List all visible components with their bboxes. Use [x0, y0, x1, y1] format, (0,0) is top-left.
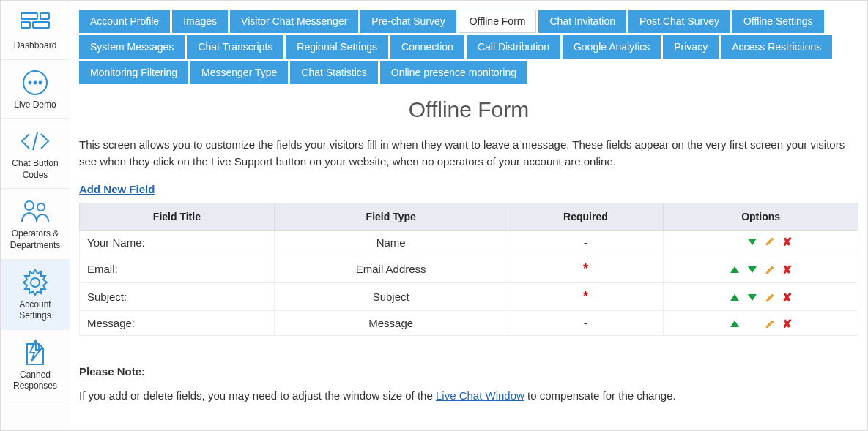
move-down-icon[interactable] — [747, 265, 757, 275]
sidebar: DashboardLive DemoChat Button CodesOpera… — [1, 1, 70, 430]
live-chat-window-link[interactable]: Live Chat Window — [436, 389, 524, 402]
fields-table-body: Your Name:Name-✘Email:Email Address*✘Sub… — [80, 231, 858, 336]
svg-rect-0 — [21, 13, 37, 19]
move-down-icon[interactable] — [747, 236, 757, 247]
tab-visitor-chat-messenger[interactable]: Visitor Chat Messenger — [230, 10, 358, 33]
sidebar-item-label: Chat Button Codes — [4, 158, 67, 181]
tab-system-messages[interactable]: System Messages — [79, 35, 185, 59]
dashboard-icon — [18, 10, 53, 37]
svg-point-5 — [29, 81, 31, 83]
options-icons: ✘ — [730, 265, 793, 275]
delete-icon[interactable]: ✘ — [782, 319, 793, 329]
required-star-icon: * — [583, 261, 588, 276]
cell-options: ✘ — [664, 283, 858, 311]
cell-required: - — [508, 231, 664, 255]
edit-icon[interactable] — [765, 293, 775, 303]
tab-call-distribution[interactable]: Call Distribution — [467, 35, 560, 59]
svg-rect-1 — [40, 13, 49, 19]
add-new-field-link[interactable]: Add New Field — [79, 183, 155, 195]
tab-offline-form[interactable]: Offline Form — [459, 10, 537, 33]
tab-chat-invitation[interactable]: Chat Invitation — [538, 10, 626, 33]
move-down-icon — [747, 319, 757, 329]
cell-required: * — [508, 283, 664, 311]
move-up-icon[interactable] — [730, 293, 740, 303]
edit-icon[interactable] — [765, 319, 775, 329]
options-icons: ✘ — [730, 319, 793, 329]
cell-field-type: Subject — [274, 283, 508, 311]
cell-required: * — [508, 255, 664, 283]
cell-options: ✘ — [664, 311, 858, 336]
table-row: Email:Email Address*✘ — [80, 255, 858, 283]
cell-options: ✘ — [664, 255, 858, 283]
required-star-icon: * — [583, 289, 588, 304]
tab-chat-transcripts[interactable]: Chat Transcripts — [187, 35, 283, 59]
note-after: to compensate for the change. — [524, 389, 676, 402]
sidebar-item-live-demo[interactable]: Live Demo — [1, 60, 70, 119]
options-icons: ✘ — [730, 293, 793, 303]
tab-access-restrictions[interactable]: Access Restrictions — [721, 35, 832, 59]
code-icon — [18, 127, 53, 155]
fields-table: Field Title Field Type Required Options … — [79, 203, 858, 336]
svg-line-8 — [33, 132, 37, 150]
th-field-title: Field Title — [80, 203, 275, 231]
tab-regional-settings[interactable]: Regional Settings — [286, 35, 388, 59]
sidebar-item-canned-responses[interactable]: Canned Responses — [1, 330, 70, 400]
page-title: Offline Form — [79, 97, 858, 122]
delete-icon[interactable]: ✘ — [782, 293, 793, 303]
th-options: Options — [664, 203, 858, 231]
cell-field-type: Name — [274, 231, 508, 255]
cell-field-type: Message — [274, 311, 508, 336]
sidebar-item-label: Dashboard — [14, 40, 57, 52]
delete-icon[interactable]: ✘ — [782, 236, 793, 247]
tab-monitoring-filtering[interactable]: Monitoring Filtering — [79, 61, 188, 84]
options-icons: ✘ — [730, 236, 793, 247]
move-up-icon[interactable] — [730, 265, 740, 275]
table-row: Your Name:Name-✘ — [80, 231, 858, 255]
cell-options: ✘ — [664, 231, 858, 255]
cell-field-title: Your Name: — [80, 231, 275, 255]
lightning-icon — [18, 339, 53, 367]
cell-field-type: Email Address — [274, 255, 508, 283]
sidebar-item-label: Account Settings — [4, 299, 67, 322]
svg-point-9 — [25, 201, 34, 210]
sidebar-item-operators-departments[interactable]: Operators & Departments — [1, 189, 70, 259]
svg-point-11 — [31, 278, 40, 287]
tab-privacy[interactable]: Privacy — [663, 35, 719, 59]
note-heading: Please Note: — [79, 365, 858, 378]
app-frame: DashboardLive DemoChat Button CodesOpera… — [0, 0, 868, 431]
cell-field-title: Email: — [80, 255, 275, 283]
tab-offline-settings[interactable]: Offline Settings — [732, 10, 824, 33]
svg-point-10 — [37, 203, 45, 211]
move-up-icon — [730, 236, 740, 247]
sidebar-item-label: Live Demo — [14, 100, 56, 111]
sidebar-item-label: Canned Responses — [4, 370, 67, 392]
sidebar-item-dashboard[interactable]: Dashboard — [1, 1, 70, 60]
svg-point-7 — [40, 81, 42, 83]
tab-online-presence-monitoring[interactable]: Online presence monitoring — [380, 61, 527, 84]
move-up-icon[interactable] — [730, 319, 740, 329]
people-icon — [18, 198, 53, 225]
tab-google-analytics[interactable]: Google Analytics — [563, 35, 661, 59]
svg-rect-3 — [33, 22, 49, 28]
page-description: This screen allows you to customize the … — [79, 137, 858, 170]
tab-post-chat-survey[interactable]: Post Chat Survey — [628, 10, 730, 33]
table-row: Message:Message-✘ — [80, 311, 858, 336]
delete-icon[interactable]: ✘ — [782, 265, 793, 275]
move-down-icon[interactable] — [747, 293, 757, 303]
th-field-type: Field Type — [274, 203, 508, 231]
note-before: If you add or delete fields, you may nee… — [79, 389, 436, 402]
cell-field-title: Message: — [80, 311, 275, 336]
tab-chat-statistics[interactable]: Chat Statistics — [290, 61, 377, 84]
tab-account-profile[interactable]: Account Profile — [79, 10, 170, 33]
tab-messenger-type[interactable]: Messenger Type — [190, 61, 288, 84]
sidebar-item-account-settings[interactable]: Account Settings — [1, 260, 70, 330]
sidebar-item-chat-button-codes[interactable]: Chat Button Codes — [1, 119, 70, 189]
edit-icon[interactable] — [765, 236, 775, 247]
edit-icon[interactable] — [765, 265, 775, 275]
tab-connection[interactable]: Connection — [390, 35, 464, 59]
sidebar-item-label: Operators & Departments — [4, 228, 67, 251]
tab-pre-chat-survey[interactable]: Pre-chat Survey — [360, 10, 456, 33]
note-text: If you add or delete fields, you may nee… — [79, 389, 858, 402]
tab-images[interactable]: Images — [172, 10, 228, 33]
gear-icon — [18, 269, 53, 296]
